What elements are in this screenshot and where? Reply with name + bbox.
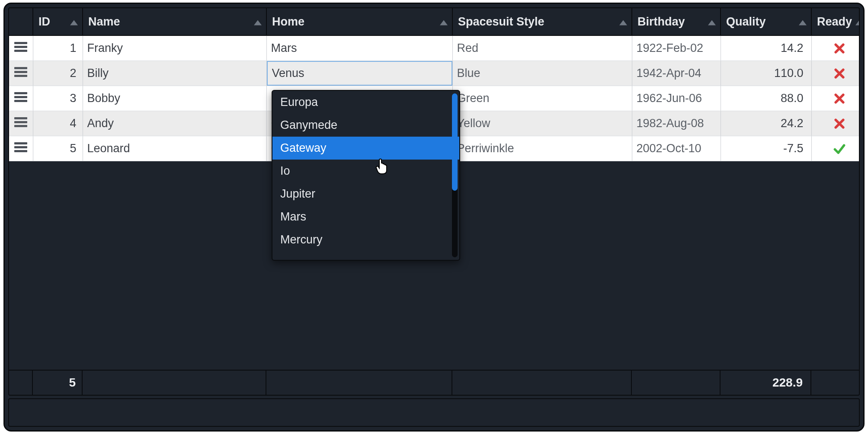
cell-name[interactable]: Leonard <box>83 136 266 161</box>
cell-id[interactable]: 3 <box>33 86 83 111</box>
table-row[interactable]: 1FrankyMarsRed1922-Feb-0214.2 <box>9 35 860 61</box>
app-frame: ID Name Home Spacesuit Style <box>3 3 865 432</box>
drag-handle-icon <box>14 40 27 54</box>
cross-icon <box>816 67 860 80</box>
cross-icon <box>816 42 860 55</box>
cell-birthday[interactable]: 1922-Feb-02 <box>632 35 721 61</box>
dropdown-scrollbar-thumb[interactable] <box>452 93 458 191</box>
cell-id[interactable]: 1 <box>33 35 83 61</box>
sort-asc-icon <box>70 15 78 29</box>
header-style[interactable]: Spacesuit Style <box>452 8 632 35</box>
header-birthday[interactable]: Birthday <box>632 8 721 35</box>
sort-asc-icon <box>799 15 807 29</box>
cell-birthday[interactable]: 1982-Aug-08 <box>632 111 721 136</box>
cell-quality[interactable]: -7.5 <box>721 136 811 161</box>
cell-name[interactable]: Andy <box>83 111 266 136</box>
dropdown-option[interactable]: Io <box>272 160 459 182</box>
sort-asc-icon <box>619 15 627 29</box>
cell-birthday[interactable]: 1962-Jun-06 <box>632 86 721 111</box>
cell-quality[interactable]: 88.0 <box>721 86 811 111</box>
cell-name[interactable]: Bobby <box>83 86 266 111</box>
drag-handle-icon <box>14 90 27 104</box>
cross-icon <box>816 92 860 105</box>
header-quality[interactable]: Quality <box>721 8 811 35</box>
header-id[interactable]: ID <box>33 8 83 35</box>
summary-quality-sum: 228.9 <box>721 371 811 395</box>
status-bar <box>8 398 860 427</box>
cell-spacesuit-style[interactable]: Red <box>452 35 632 61</box>
cell-ready[interactable] <box>811 111 860 136</box>
cell-home-editor[interactable] <box>267 61 452 86</box>
dropdown-option[interactable]: Gateway <box>272 137 459 160</box>
cell-id[interactable]: 2 <box>33 61 83 86</box>
sort-asc-icon <box>440 15 448 29</box>
cell-id[interactable]: 4 <box>33 111 83 136</box>
cell-birthday[interactable]: 1942-Apr-04 <box>632 61 721 86</box>
header-drag[interactable] <box>9 8 33 35</box>
dropdown-option[interactable]: Mercury <box>272 228 459 251</box>
row-drag-handle[interactable] <box>9 86 33 111</box>
header-quality-label: Quality <box>726 15 766 28</box>
cell-ready[interactable] <box>811 136 860 161</box>
cell-spacesuit-style[interactable]: Blue <box>452 61 632 86</box>
drag-handle-icon <box>14 115 27 129</box>
table-row[interactable]: 2BillyBlue1942-Apr-04110.0 <box>9 61 860 86</box>
dropdown-option[interactable]: Mars <box>272 205 459 228</box>
summary-name <box>83 371 266 395</box>
header-name-label: Name <box>88 15 120 28</box>
cell-ready[interactable] <box>811 61 860 86</box>
cell-id[interactable]: 5 <box>33 136 83 161</box>
drag-handle-icon <box>14 141 27 154</box>
cell-quality[interactable]: 24.2 <box>721 111 811 136</box>
header-ready-label: Ready <box>817 15 852 28</box>
cell-ready[interactable] <box>811 35 860 61</box>
cell-home[interactable] <box>266 61 452 86</box>
home-dropdown[interactable]: EuropaGanymedeGatewayIoJupiterMarsMercur… <box>272 90 460 261</box>
cell-name[interactable]: Franky <box>83 35 266 61</box>
header-ready[interactable]: Ready <box>811 8 860 35</box>
cell-quality[interactable]: 110.0 <box>721 61 811 86</box>
cell-home[interactable]: Mars <box>266 35 452 61</box>
cell-birthday[interactable]: 2002-Oct-10 <box>632 136 721 161</box>
sort-asc-icon <box>254 15 262 29</box>
summary-home <box>266 371 452 395</box>
dropdown-option[interactable]: Jupiter <box>272 182 459 205</box>
sort-asc-icon <box>708 15 716 29</box>
dropdown-option[interactable]: Europa <box>272 91 459 114</box>
header-home[interactable]: Home <box>266 8 452 35</box>
row-drag-handle[interactable] <box>9 61 33 86</box>
summary-count: 5 <box>33 371 83 395</box>
dropdown-option[interactable]: Ganymede <box>272 114 459 137</box>
row-drag-handle[interactable] <box>9 111 33 136</box>
summary-drag <box>9 371 33 395</box>
sort-asc-icon <box>855 15 860 29</box>
row-drag-handle[interactable] <box>9 35 33 61</box>
cell-spacesuit-style[interactable]: Green <box>452 86 632 111</box>
header-birthday-label: Birthday <box>637 15 685 28</box>
summary-row: 5 228.9 <box>9 370 859 395</box>
cell-spacesuit-style[interactable]: Yellow <box>452 111 632 136</box>
header-name[interactable]: Name <box>83 8 266 35</box>
cell-ready[interactable] <box>811 86 860 111</box>
row-drag-handle[interactable] <box>9 136 33 161</box>
header-home-label: Home <box>272 15 304 28</box>
cell-quality[interactable]: 14.2 <box>721 35 811 61</box>
cross-icon <box>816 117 860 130</box>
summary-bday <box>632 371 721 395</box>
cell-name[interactable]: Billy <box>83 61 266 86</box>
summary-style <box>452 371 632 395</box>
check-icon <box>816 142 860 156</box>
header-style-label: Spacesuit Style <box>458 15 545 28</box>
cell-spacesuit-style[interactable]: Perriwinkle <box>452 136 632 161</box>
header-row: ID Name Home Spacesuit Style <box>9 8 860 35</box>
drag-handle-icon <box>14 65 27 79</box>
summary-ready <box>811 371 859 395</box>
header-id-label: ID <box>38 15 50 28</box>
